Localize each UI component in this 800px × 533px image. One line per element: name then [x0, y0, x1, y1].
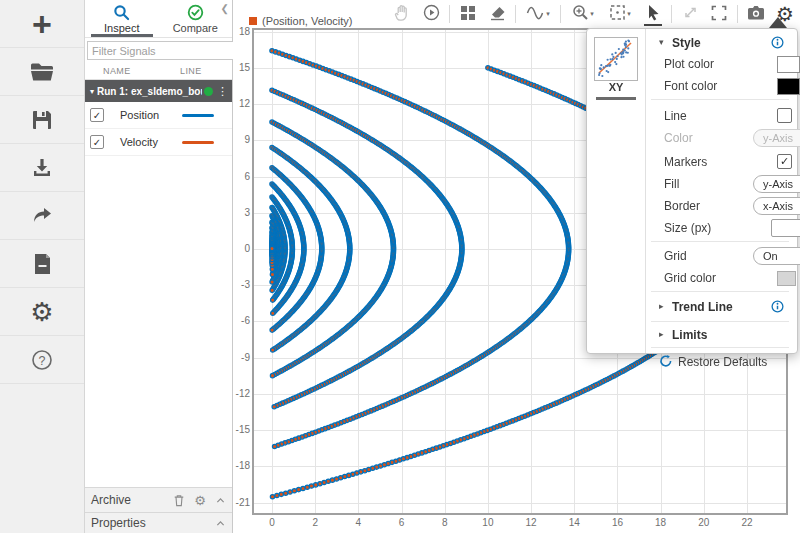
- x-tick-label: 6: [391, 517, 413, 528]
- toolbar-separator: [737, 5, 738, 23]
- chevron-down-icon: ▾: [590, 10, 594, 18]
- toolbar-eraser-button[interactable]: [486, 3, 508, 25]
- line-color-label: Color: [664, 131, 693, 145]
- grid-color-swatch[interactable]: [777, 271, 796, 286]
- marker-fill-select[interactable]: y-Axis▾: [753, 175, 800, 193]
- snapshot-icon: [747, 5, 765, 24]
- info-icon[interactable]: [771, 300, 784, 316]
- signal-checkbox[interactable]: ✓: [90, 108, 104, 122]
- properties-bar[interactable]: Properties: [85, 512, 232, 533]
- limits-section-header[interactable]: ▸ Limits: [645, 327, 797, 345]
- toolbar-pointer-button[interactable]: [642, 3, 664, 25]
- marker-size-input[interactable]: [771, 219, 800, 237]
- grid-color-label: Grid color: [664, 271, 716, 285]
- toolbar-expand-button: [679, 3, 701, 25]
- toolbar-separator: [671, 5, 672, 23]
- run-row[interactable]: ▾ Run 1: ex_sldemo_bounce[Current] ⋮: [85, 80, 232, 102]
- y-tick-label: 6: [224, 171, 250, 182]
- rail-help-button[interactable]: ?: [0, 336, 84, 384]
- marker-border-row: Border x-Axis▾: [645, 197, 797, 215]
- y-tick-label: 12: [224, 98, 250, 109]
- signal-checkbox[interactable]: ✓: [90, 135, 104, 149]
- plot-color-swatch[interactable]: [777, 56, 800, 73]
- signal-table-header: NAME LINE: [85, 62, 232, 80]
- replay-icon: [423, 4, 440, 24]
- trend-line-label: Trend Line: [672, 300, 733, 314]
- chevron-down-icon[interactable]: ▾: [90, 87, 94, 96]
- toolbar-separator: [515, 5, 516, 23]
- collapse-sidebar-icon[interactable]: ❮: [221, 3, 229, 14]
- gear-icon: ⚙: [30, 299, 53, 325]
- grid-label: Grid: [664, 249, 687, 263]
- markers-label: Markers: [664, 155, 707, 169]
- gear-icon[interactable]: ⚙: [194, 494, 206, 507]
- chevron-right-icon: ▸: [659, 329, 664, 339]
- signal-row-position[interactable]: ✓Position: [85, 102, 232, 129]
- sidebar-tabs: Inspect Compare ❮: [85, 0, 232, 38]
- font-color-label: Font color: [664, 79, 717, 93]
- marker-border-select[interactable]: x-Axis▾: [753, 197, 800, 215]
- report-icon: [33, 253, 52, 275]
- run-menu-icon[interactable]: ⋮: [217, 85, 228, 98]
- toolbar-zoom-button[interactable]: ▾: [568, 3, 598, 25]
- rail-export-button[interactable]: [0, 192, 84, 240]
- rail-add-button[interactable]: +: [0, 0, 84, 48]
- toolbar-fit-to-view-button[interactable]: ▾: [605, 3, 635, 25]
- style-section-header[interactable]: ▾ Style: [645, 35, 797, 53]
- toolbar-layout-button[interactable]: [457, 3, 479, 25]
- y-tick-label: -12: [224, 388, 250, 399]
- font-color-row: Font color: [645, 77, 797, 95]
- run-status-dot: [204, 87, 213, 96]
- rail-import-button[interactable]: [0, 144, 84, 192]
- markers-checkbox[interactable]: ✓: [777, 154, 792, 169]
- line-checkbox[interactable]: [777, 108, 792, 123]
- line-row: Line: [645, 107, 797, 125]
- marker-fill-row: Fill y-Axis▾: [645, 175, 797, 193]
- divider: [651, 291, 789, 292]
- toolbar-signal-options-button[interactable]: ▾: [523, 3, 553, 25]
- fullscreen-icon: [711, 5, 727, 24]
- grid-select[interactable]: On▾: [753, 247, 800, 265]
- divider: [651, 347, 789, 348]
- toolbar-snapshot-button[interactable]: [745, 3, 767, 25]
- rail-report-button[interactable]: [0, 240, 84, 288]
- y-tick-label: 18: [224, 26, 250, 37]
- xy-visualization-thumbnail[interactable]: [594, 37, 638, 81]
- grid-color-row: Grid color: [645, 269, 797, 287]
- toolbar-fullscreen-button[interactable]: [708, 3, 730, 25]
- signal-name: Velocity: [120, 136, 178, 148]
- archive-bar[interactable]: Archive ⚙: [85, 487, 232, 512]
- y-tick-label: -18: [224, 460, 250, 471]
- signal-line-swatch: [182, 114, 214, 117]
- rail-save-button[interactable]: [0, 96, 84, 144]
- chevron-up-icon[interactable]: [215, 518, 226, 529]
- toolbar-replay-button[interactable]: [420, 3, 442, 25]
- markers-row: Markers ✓: [645, 153, 797, 171]
- trash-icon[interactable]: [173, 494, 185, 507]
- info-icon[interactable]: [771, 36, 784, 52]
- rail-open-button[interactable]: [0, 48, 84, 96]
- toolbar-pan-button: [391, 3, 413, 25]
- signal-name: Position: [120, 109, 178, 121]
- font-color-swatch[interactable]: [777, 78, 800, 95]
- restore-defaults-button[interactable]: Restore Defaults: [645, 353, 797, 373]
- expand-icon: [683, 5, 698, 23]
- svg-text:?: ?: [39, 353, 46, 367]
- column-line: LINE: [180, 66, 202, 76]
- filter-signals-input[interactable]: [87, 41, 236, 60]
- y-tick-label: -15: [224, 424, 250, 435]
- check-circle-icon: [187, 4, 204, 21]
- zoom-icon: [572, 4, 589, 24]
- signal-line-swatch: [182, 141, 214, 144]
- tab-inspect[interactable]: Inspect: [85, 0, 159, 37]
- y-tick-label: -3: [224, 279, 250, 290]
- trend-line-section-header[interactable]: ▸ Trend Line: [645, 299, 797, 317]
- visualization-gallery: XY: [587, 29, 646, 353]
- tab-compare-label: Compare: [173, 22, 218, 34]
- signal-row-velocity[interactable]: ✓Velocity: [85, 129, 232, 156]
- rail-preferences-button[interactable]: ⚙: [0, 288, 84, 336]
- filter-row: [85, 38, 232, 62]
- archive-label: Archive: [91, 493, 173, 507]
- magnifier-icon: [113, 4, 130, 21]
- x-tick-label: 14: [563, 517, 585, 528]
